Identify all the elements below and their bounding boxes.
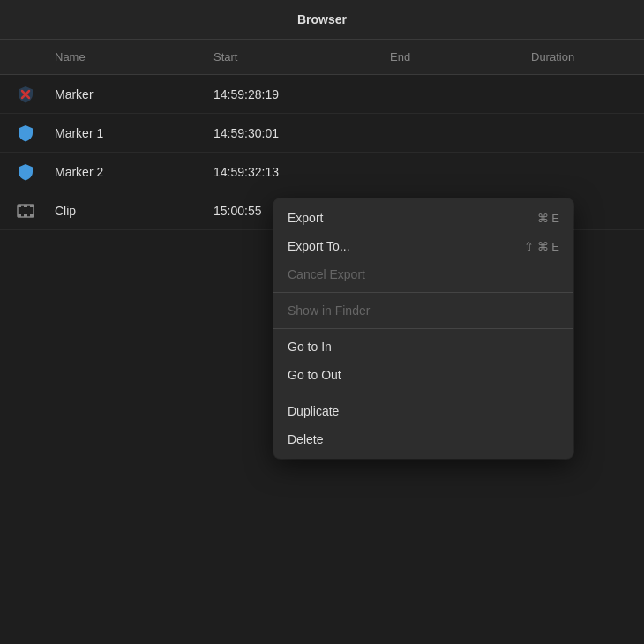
row-icon-shield-blue-1 [4, 124, 48, 143]
menu-item-show-in-finder-label: Show in Finder [288, 303, 370, 318]
menu-item-go-to-in-label: Go to In [288, 340, 332, 354]
menu-item-export[interactable]: Export ⌘ E [273, 204, 573, 232]
menu-separator-3 [273, 393, 573, 393]
svg-rect-5 [30, 205, 34, 207]
menu-item-delete[interactable]: Delete [273, 425, 573, 453]
title-bar: Browser [0, 0, 644, 40]
menu-separator-2 [273, 328, 573, 329]
row-start-marker1: 14:59:30:01 [206, 126, 383, 140]
row-icon-marker-red [4, 85, 48, 104]
row-name-marker2: Marker 2 [48, 165, 206, 179]
svg-rect-7 [24, 214, 27, 217]
menu-item-cancel-export: Cancel Export [273, 260, 573, 288]
row-icon-shield-blue-2 [4, 162, 48, 182]
menu-item-export-to-label: Export To... [288, 239, 350, 253]
row-name-marker: Marker [48, 87, 206, 101]
header-name: Name [48, 50, 206, 64]
row-start-marker: 14:59:28:19 [206, 87, 383, 101]
menu-item-show-in-finder: Show in Finder [273, 296, 573, 325]
row-start-marker2: 14:59:32:13 [206, 165, 383, 179]
svg-rect-4 [24, 205, 27, 207]
header-duration: Duration [524, 50, 644, 64]
menu-item-delete-label: Delete [288, 432, 323, 446]
header-end: End [383, 50, 524, 64]
row-name-marker1: Marker 1 [48, 126, 206, 140]
svg-rect-8 [30, 214, 34, 217]
svg-rect-6 [18, 214, 21, 217]
table-header: Name Start End Duration [0, 40, 644, 75]
menu-item-duplicate[interactable]: Duplicate [273, 397, 573, 425]
menu-item-go-to-in[interactable]: Go to In [273, 333, 573, 361]
table-row[interactable]: Marker 2 14:59:32:13 [0, 153, 644, 191]
header-start: Start [206, 50, 383, 64]
row-icon-clip [4, 201, 48, 221]
context-menu: Export ⌘ E Export To... ⇧ ⌘ E Cancel Exp… [273, 198, 573, 459]
table-row[interactable]: Marker 1 14:59:30:01 [0, 114, 644, 153]
menu-item-export-shortcut: ⌘ E [537, 212, 559, 225]
menu-item-export-to[interactable]: Export To... ⇧ ⌘ E [273, 232, 573, 260]
menu-item-go-to-out[interactable]: Go to Out [273, 361, 573, 389]
menu-separator-1 [273, 292, 573, 293]
menu-item-cancel-export-label: Cancel Export [288, 267, 365, 281]
window-title: Browser [297, 12, 347, 26]
menu-item-duplicate-label: Duplicate [288, 404, 339, 418]
svg-rect-3 [18, 205, 21, 207]
menu-item-export-label: Export [288, 211, 323, 225]
row-name-clip: Clip [48, 204, 206, 218]
menu-item-export-to-shortcut: ⇧ ⌘ E [524, 240, 559, 253]
menu-item-go-to-out-label: Go to Out [288, 368, 341, 382]
table-row[interactable]: Marker 14:59:28:19 [0, 75, 644, 114]
